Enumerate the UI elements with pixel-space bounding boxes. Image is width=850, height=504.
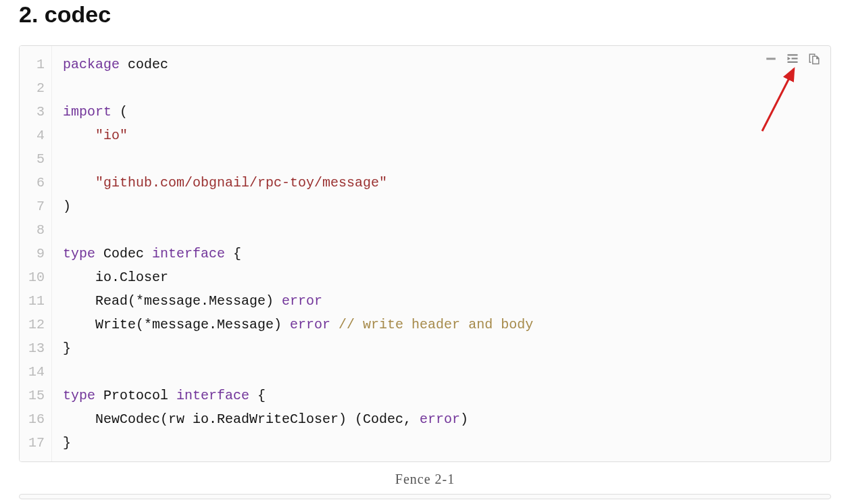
line-number: 2 [20, 76, 51, 100]
next-code-fence-peek [19, 494, 831, 499]
code-toolbar [764, 53, 821, 65]
figure-caption: Fence 2-1 [19, 472, 831, 487]
svg-marker-4 [788, 57, 791, 60]
code-line [63, 147, 820, 171]
code-fence: 1234567891011121314151617 package codec … [19, 45, 831, 462]
code-line: io.Closer [63, 266, 820, 289]
code-line: } [63, 336, 820, 360]
copy-button[interactable] [807, 53, 821, 65]
indent-icon [786, 53, 799, 65]
svg-rect-1 [788, 54, 798, 55]
code-line [63, 360, 820, 384]
line-number: 4 [20, 124, 51, 147]
line-number: 7 [20, 195, 51, 218]
line-number-gutter: 1234567891011121314151617 [20, 46, 52, 461]
minus-icon [764, 53, 778, 65]
line-number: 8 [20, 218, 51, 242]
code-content[interactable]: package codec import ( "io" "github.com/… [52, 46, 830, 461]
svg-rect-0 [766, 58, 776, 60]
code-line [63, 76, 820, 100]
collapse-button[interactable] [764, 53, 778, 65]
line-number: 14 [20, 360, 51, 384]
line-number: 9 [20, 242, 51, 266]
code-line: "github.com/obgnail/rpc-toy/message" [63, 171, 820, 195]
code-line: Read(*message.Message) error [63, 289, 820, 313]
line-number: 11 [20, 289, 51, 313]
code-line [63, 218, 820, 242]
line-number: 5 [20, 147, 51, 171]
line-number: 1 [20, 53, 51, 76]
section-heading: 2. codec [19, 0, 831, 28]
line-number: 3 [20, 100, 51, 124]
line-number: 16 [20, 407, 51, 431]
code-line: type Codec interface { [63, 242, 820, 266]
code-line: package codec [63, 53, 820, 76]
line-number: 6 [20, 171, 51, 195]
line-number: 17 [20, 431, 51, 455]
code-line: import ( [63, 100, 820, 124]
code-line: Write(*message.Message) error // write h… [63, 313, 820, 336]
code-line: type Protocol interface { [63, 384, 820, 407]
code-line: "io" [63, 124, 820, 147]
line-number: 12 [20, 313, 51, 336]
copy-icon [807, 53, 821, 65]
code-line: NewCodec(rw io.ReadWriteCloser) (Codec, … [63, 407, 820, 431]
code-line: ) [63, 195, 820, 218]
wrap-button[interactable] [786, 53, 799, 65]
svg-rect-2 [792, 58, 798, 59]
line-number: 13 [20, 336, 51, 360]
line-number: 15 [20, 384, 51, 407]
svg-rect-3 [788, 61, 798, 63]
code-line: } [63, 431, 820, 455]
line-number: 10 [20, 266, 51, 289]
